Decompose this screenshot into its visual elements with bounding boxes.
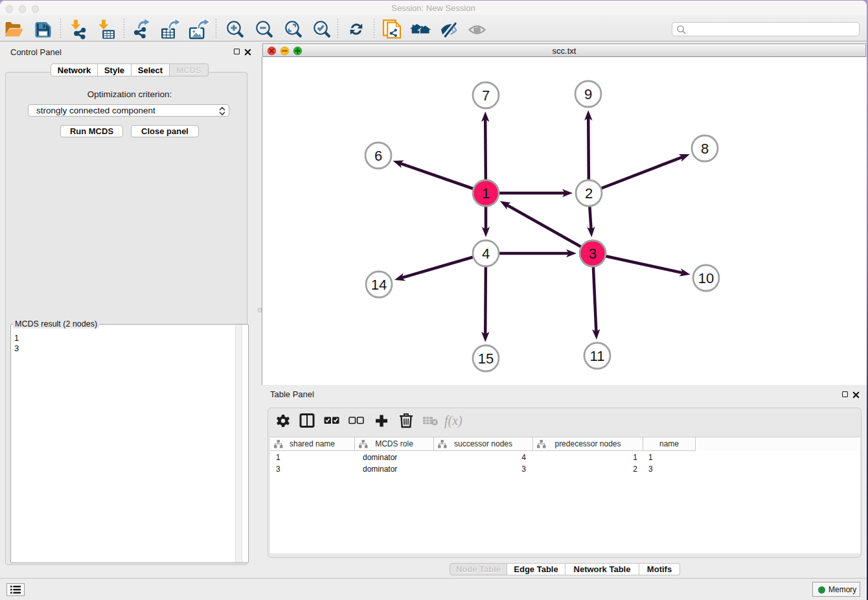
svg-text:14: 14 [371,277,387,293]
svg-text:4: 4 [482,246,490,262]
svg-text:8: 8 [701,141,709,157]
svg-text:2: 2 [585,185,593,202]
svg-text:15: 15 [478,351,494,367]
svg-text:9: 9 [584,86,592,102]
svg-text:f(x): f(x) [444,413,463,428]
svg-text:10: 10 [698,270,714,286]
svg-text:1: 1 [482,185,490,202]
svg-text:11: 11 [590,348,605,364]
svg-text:6: 6 [374,148,382,164]
svg-text:7: 7 [482,87,490,104]
svg-text:3: 3 [589,246,597,262]
